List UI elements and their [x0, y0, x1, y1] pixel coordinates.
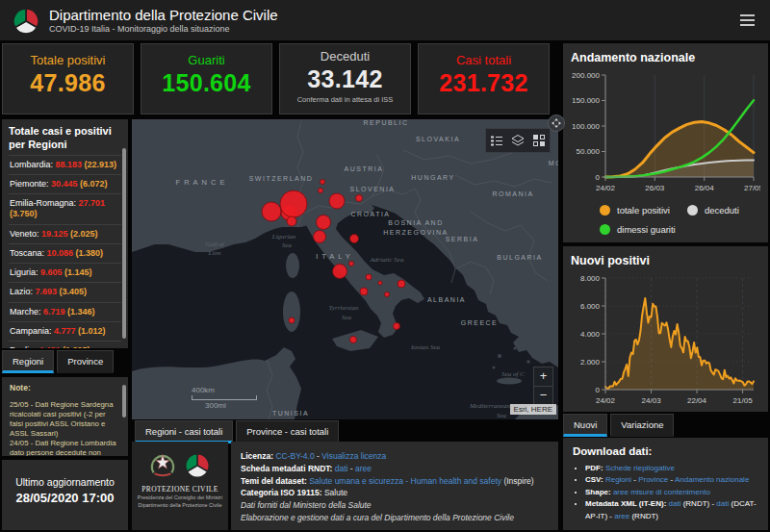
- download-item: PDF: Schede riepilogative: [585, 463, 758, 474]
- case-bubble[interactable]: [262, 202, 281, 221]
- link[interactable]: dati: [669, 499, 681, 508]
- stat-value: 231.732: [419, 69, 549, 97]
- legend-dot: [600, 205, 610, 215]
- svg-text:26/04: 26/04: [695, 184, 715, 192]
- case-bubble[interactable]: [366, 274, 372, 280]
- legend-icon[interactable]: [486, 129, 507, 152]
- zoom-out-button[interactable]: −: [533, 386, 553, 406]
- svg-text:24/02: 24/02: [596, 184, 616, 192]
- map-label: Sea of C: [501, 370, 525, 378]
- region-row[interactable]: Lombardia: 88.183 (22.913): [9, 155, 121, 174]
- andamento-chart: 050.000100.000150.000200.00024/0226/0326…: [571, 68, 760, 193]
- case-bubble[interactable]: [394, 323, 400, 330]
- tab-nuovi[interactable]: Nuovi: [563, 414, 607, 437]
- case-bubble[interactable]: [360, 288, 368, 295]
- italy-map[interactable]: REPUBLICSLOVAKIAMOAUSTRIAHUNGARYSWITZERL…: [132, 119, 558, 419]
- layers-icon[interactable]: [507, 129, 528, 152]
- case-bubble[interactable]: [378, 281, 382, 285]
- stat-totale-positivi: Totale positivi 47.986: [2, 43, 134, 114]
- case-bubble[interactable]: [280, 190, 307, 217]
- region-row[interactable]: Veneto: 19.125 (2.025): [9, 224, 121, 243]
- menu-icon[interactable]: [736, 11, 758, 30]
- expand-icon[interactable]: [548, 114, 565, 132]
- case-bubble[interactable]: [350, 337, 357, 343]
- stat-label: Deceduti: [280, 49, 410, 63]
- zoom-in-button[interactable]: +: [533, 367, 553, 386]
- map-label: Gulf of: [205, 241, 225, 248]
- region-row[interactable]: Toscana: 10.086 (1.380): [9, 243, 121, 263]
- andamento-panel: Andamento nazionale 050.000100.000150.00…: [563, 43, 768, 242]
- case-bubble[interactable]: [319, 189, 323, 193]
- basemap-icon[interactable]: [528, 129, 550, 152]
- info-line: Elaborazione e gestione dati a cura del …: [241, 512, 549, 524]
- regions-scrollbar[interactable]: [122, 148, 126, 339]
- link[interactable]: aree: [355, 464, 372, 473]
- region-list: Lombardia: 88.183 (22.913)Piemonte: 30.4…: [9, 155, 121, 349]
- legend-item: deceduti: [687, 205, 739, 215]
- link[interactable]: aree misure di contenimento: [613, 488, 710, 496]
- download-list: PDF: Schede riepilogativeCSV: Regioni - …: [585, 463, 758, 522]
- map-label: BULGARIA: [497, 254, 542, 261]
- map-label: SLOVENIA: [349, 186, 395, 192]
- link[interactable]: Andamento nazionale: [675, 475, 749, 484]
- svg-text:24/02: 24/02: [596, 396, 616, 405]
- case-bubble[interactable]: [350, 235, 359, 243]
- regions-panel: Totale casi e positivi per Regioni Lomba…: [2, 119, 128, 348]
- notes-panel: Note: 25/05 - Dati Regione Sardegna rica…: [2, 377, 128, 456]
- tab-variazione[interactable]: Variazione: [610, 414, 674, 437]
- link[interactable]: dati: [335, 464, 348, 473]
- link[interactable]: CC-BY-4.0: [275, 451, 314, 461]
- case-bubble[interactable]: [329, 193, 345, 209]
- case-bubble[interactable]: [398, 280, 405, 288]
- region-row[interactable]: Marche: 6.719 (1.346): [9, 302, 121, 321]
- case-bubble[interactable]: [321, 180, 325, 185]
- andamento-legend: totale positividecedutidimessi guariti: [571, 205, 760, 235]
- nuovi-tabs: NuoviVariazione: [563, 414, 674, 437]
- last-update-label: Ultimo aggiornamento: [2, 476, 128, 488]
- region-row[interactable]: Liguria: 9.605 (1.145): [9, 263, 121, 282]
- map-label: CROATIA: [350, 211, 390, 217]
- case-bubble[interactable]: [314, 231, 326, 243]
- notes-scrollbar[interactable]: [122, 385, 126, 418]
- info-line: Scheda metadati RNDT: dati - aree: [241, 463, 549, 475]
- region-row[interactable]: Piemonte: 30.445 (6.072): [9, 174, 121, 193]
- case-bubble[interactable]: [317, 215, 331, 230]
- link[interactable]: dati: [716, 499, 729, 508]
- region-row[interactable]: Emilia-Romagna: 27.701 (3.750): [9, 193, 121, 224]
- region-row[interactable]: Campania: 4.777 (1.012): [9, 321, 121, 341]
- map-tab-province-casi-totali[interactable]: Province - casi totali: [236, 420, 339, 443]
- case-bubble[interactable]: [289, 317, 295, 323]
- region-row[interactable]: Puglia: 4.481 (1.395): [9, 341, 121, 348]
- stat-note: Conferma dati in attesa di ISS: [280, 95, 410, 104]
- stat-label: Casi totali: [419, 53, 549, 67]
- case-bubble[interactable]: [333, 265, 347, 279]
- tab-regioni[interactable]: Regioni: [2, 350, 54, 373]
- link[interactable]: Province: [638, 475, 668, 484]
- link[interactable]: Salute umana e sicurezza - Human health …: [309, 476, 501, 486]
- link[interactable]: Regioni: [605, 475, 631, 484]
- link[interactable]: Schede riepilogative: [605, 464, 675, 472]
- download-title: Download dati:: [573, 445, 758, 457]
- stat-label: Guariti: [141, 53, 271, 67]
- stat-casi-totali: Casi totali 231.732: [418, 43, 550, 114]
- map-label: Ligurian: [271, 233, 296, 241]
- case-bubble[interactable]: [385, 292, 390, 297]
- link[interactable]: aree: [614, 512, 629, 520]
- case-bubble[interactable]: [349, 262, 354, 266]
- map-tab-regioni-casi-totali[interactable]: Regioni - casi totali: [135, 420, 233, 443]
- stat-deceduti: Deceduti 33.142 Conferma dati in attesa …: [279, 43, 411, 114]
- nuovi-positivi-panel: Nuovi positivi 02.0004.0006.0008.00024/0…: [563, 246, 768, 412]
- case-bubble[interactable]: [287, 216, 296, 226]
- protezione-civile-logo-icon: [12, 5, 40, 36]
- info-line: Temi del dataset: Salute umana e sicurez…: [241, 475, 549, 488]
- org-sub1: Presidenza del Consiglio dei Ministri: [132, 494, 228, 501]
- protezione-civile-trilobe-icon: [184, 450, 211, 479]
- region-row[interactable]: Lazio: 7.693 (3.405): [9, 282, 121, 301]
- case-bubble[interactable]: [356, 195, 363, 202]
- scale-mi: 300mi: [205, 401, 257, 410]
- dashboard: Dipartimento della Protezione Civile COV…: [0, 0, 770, 532]
- tab-province[interactable]: Province: [57, 350, 114, 373]
- map-label: GREECE: [461, 319, 499, 326]
- map-label: HUNGARY: [411, 174, 454, 181]
- link[interactable]: Visualizza licenza: [321, 451, 386, 461]
